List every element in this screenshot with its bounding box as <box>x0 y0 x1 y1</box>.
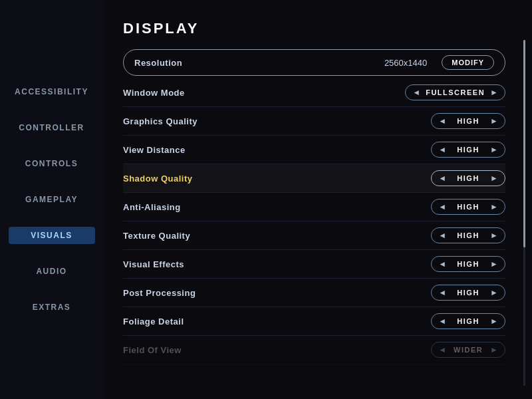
visual-effects-row: Visual Effects ◄ HIGH ► <box>123 250 505 279</box>
sidebar-item-controls[interactable]: CONTROLS <box>0 155 103 172</box>
texture-quality-value: HIGH <box>452 231 485 239</box>
view-distance-row: View Distance ◄ HIGH ► <box>123 136 505 164</box>
sidebar-item-audio[interactable]: AUDIO <box>0 263 103 280</box>
view-distance-label: View Distance <box>123 145 186 155</box>
post-processing-right-arrow[interactable]: ► <box>490 288 498 297</box>
sidebar-item-extras[interactable]: EXTRAS <box>0 299 103 316</box>
view-distance-right-arrow[interactable]: ► <box>490 145 498 154</box>
shadow-quality-right-arrow[interactable]: ► <box>490 174 498 183</box>
shadow-quality-value: HIGH <box>452 174 485 182</box>
graphics-quality-value: HIGH <box>452 117 485 125</box>
shadow-quality-label: Shadow Quality <box>123 174 193 184</box>
shadow-quality-left-arrow[interactable]: ◄ <box>438 174 446 183</box>
window-mode-row: Window Mode ◄ FULLSCREEN ► <box>123 78 505 107</box>
texture-quality-control: ◄ HIGH ► <box>431 227 505 243</box>
post-processing-value: HIGH <box>452 289 485 297</box>
shadow-quality-row: Shadow Quality ◄ HIGH ► <box>123 164 505 193</box>
view-distance-left-arrow[interactable]: ◄ <box>438 145 446 154</box>
sidebar: ACCESSIBILITY CONTROLLER CONTROLS GAMEPL… <box>0 0 103 399</box>
post-processing-row: Post Processing ◄ HIGH ► <box>123 279 505 307</box>
anti-aliasing-control: ◄ HIGH ► <box>431 199 505 215</box>
foliage-detail-control: ◄ HIGH ► <box>431 313 505 329</box>
field-of-view-value: WIDER <box>452 346 485 354</box>
visual-effects-control: ◄ HIGH ► <box>431 256 505 272</box>
anti-aliasing-right-arrow[interactable]: ► <box>490 202 498 211</box>
foliage-detail-label: Foliage Detail <box>123 317 184 327</box>
window-mode-right-arrow[interactable]: ► <box>490 88 498 97</box>
main-content: DISPLAY Resolution 2560x1440 MODIFY Wind… <box>103 0 532 399</box>
texture-quality-right-arrow[interactable]: ► <box>490 231 498 240</box>
foliage-detail-value: HIGH <box>452 317 485 325</box>
visual-effects-right-arrow[interactable]: ► <box>490 259 498 269</box>
view-distance-control: ◄ HIGH ► <box>431 142 505 158</box>
scrollbar[interactable] <box>523 40 525 386</box>
graphics-quality-control: ◄ HIGH ► <box>431 113 505 129</box>
anti-aliasing-left-arrow[interactable]: ◄ <box>438 202 446 211</box>
anti-aliasing-value: HIGH <box>452 203 485 211</box>
shadow-quality-control: ◄ HIGH ► <box>431 170 505 186</box>
post-processing-label: Post Processing <box>123 288 196 298</box>
scrollbar-thumb <box>523 40 525 247</box>
post-processing-control: ◄ HIGH ► <box>431 285 505 301</box>
post-processing-left-arrow[interactable]: ◄ <box>438 288 446 297</box>
field-of-view-left-arrow[interactable]: ◄ <box>438 345 446 354</box>
resolution-setting-row: Resolution 2560x1440 MODIFY <box>123 49 505 76</box>
sidebar-item-gameplay[interactable]: GAMEPLAY <box>0 191 103 208</box>
window-mode-left-arrow[interactable]: ◄ <box>412 88 420 97</box>
window-mode-label: Window Mode <box>123 88 185 98</box>
window-mode-value: FULLSCREEN <box>426 88 485 96</box>
sidebar-item-visuals[interactable]: VISUALS <box>9 227 95 244</box>
sidebar-item-accessibility[interactable]: ACCESSIBILITY <box>0 83 103 100</box>
modify-button[interactable]: MODIFY <box>442 55 494 70</box>
foliage-detail-row: Foliage Detail ◄ HIGH ► <box>123 307 505 336</box>
texture-quality-left-arrow[interactable]: ◄ <box>438 231 446 240</box>
visual-effects-value: HIGH <box>452 260 485 268</box>
graphics-quality-right-arrow[interactable]: ► <box>490 116 498 126</box>
graphics-quality-left-arrow[interactable]: ◄ <box>438 116 446 126</box>
visual-effects-label: Visual Effects <box>123 259 184 269</box>
resolution-value: 2560x1440 <box>384 58 427 68</box>
texture-quality-label: Texture Quality <box>123 231 190 241</box>
foliage-detail-left-arrow[interactable]: ◄ <box>438 317 446 326</box>
window-mode-control: ◄ FULLSCREEN ► <box>405 84 505 100</box>
section-title: DISPLAY <box>123 20 505 37</box>
sidebar-item-controller[interactable]: CONTROLLER <box>0 119 103 136</box>
field-of-view-row: Field Of View ◄ WIDER ► <box>123 336 505 364</box>
anti-aliasing-row: Anti-Aliasing ◄ HIGH ► <box>123 193 505 221</box>
settings-list: Resolution 2560x1440 MODIFY Window Mode … <box>123 49 505 364</box>
resolution-label: Resolution <box>134 58 182 68</box>
graphics-quality-label: Graphics Quality <box>123 116 198 126</box>
foliage-detail-right-arrow[interactable]: ► <box>490 317 498 326</box>
graphics-quality-row: Graphics Quality ◄ HIGH ► <box>123 107 505 136</box>
field-of-view-control: ◄ WIDER ► <box>431 342 505 358</box>
view-distance-value: HIGH <box>452 146 485 154</box>
anti-aliasing-label: Anti-Aliasing <box>123 202 181 212</box>
field-of-view-right-arrow[interactable]: ► <box>490 345 498 354</box>
visual-effects-left-arrow[interactable]: ◄ <box>438 259 446 269</box>
field-of-view-label: Field Of View <box>123 345 182 355</box>
texture-quality-row: Texture Quality ◄ HIGH ► <box>123 221 505 250</box>
